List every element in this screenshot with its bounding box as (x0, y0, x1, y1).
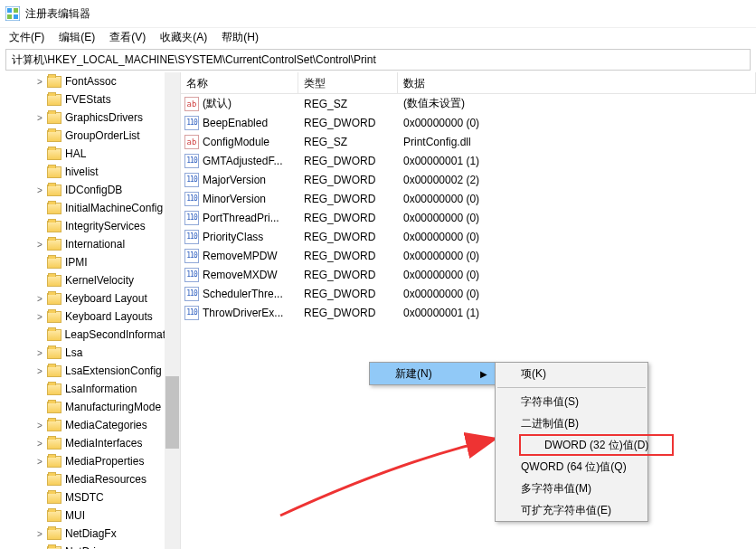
value-name: RemoveMXDW (203, 269, 278, 281)
value-row[interactable]: 110PriorityClassREG_DWORD0x00000000 (0) (181, 227, 756, 246)
tree-item[interactable]: FVEStats (0, 90, 180, 109)
value-row[interactable]: ab(默认)REG_SZ(数值未设置) (181, 94, 756, 113)
tree-item[interactable]: IntegrityServices (0, 217, 180, 235)
tree-item[interactable]: >GraphicsDrivers (0, 109, 180, 127)
value-row[interactable]: 110GMTAdjustedF...REG_DWORD0x00000001 (1… (181, 151, 756, 170)
tree-expand-icon[interactable]: > (34, 366, 45, 376)
tree-item[interactable]: >Lsa (0, 344, 180, 362)
tree-item[interactable]: >LsaExtensionConfig (0, 362, 180, 380)
tree-scrollbar[interactable] (165, 72, 180, 549)
menu-edit[interactable]: 编辑(E) (52, 28, 102, 47)
value-row[interactable]: 110PortThreadPri...REG_DWORD0x00000000 (… (181, 208, 756, 227)
ctx-new[interactable]: 新建(N) ▶ (370, 363, 495, 384)
menu-help[interactable]: 帮助(H) (214, 28, 266, 47)
tree-item[interactable]: >MediaInterfaces (0, 434, 180, 452)
menu-favorites[interactable]: 收藏夹(A) (153, 28, 214, 47)
value-row[interactable]: 110RemoveMPDWREG_DWORD0x00000000 (0) (181, 246, 756, 265)
tree-item[interactable]: >MediaProperties (0, 452, 180, 470)
tree-item[interactable]: NetDrivers (0, 543, 180, 549)
tree-item[interactable]: MediaResources (0, 470, 180, 488)
value-row[interactable]: 110SchedulerThre...REG_DWORD0x00000000 (… (181, 284, 756, 303)
menu-file[interactable]: 文件(F) (2, 28, 52, 47)
tree-expand-icon[interactable]: > (34, 457, 45, 467)
value-name: BeepEnabled (203, 117, 268, 129)
ctx-sub-string[interactable]: 字符串值(S) (496, 391, 647, 412)
tree-item-label: MediaCategories (65, 419, 147, 431)
tree-item[interactable]: >International (0, 235, 180, 253)
tree-item[interactable]: >Keyboard Layout (0, 289, 180, 308)
tree-expand-icon[interactable]: > (34, 312, 45, 322)
value-name: MajorVersion (203, 174, 266, 186)
folder-icon (47, 293, 61, 305)
tree-expand-icon[interactable]: > (34, 439, 45, 449)
tree-item[interactable]: IPMI (0, 253, 180, 271)
value-data: 0x00000000 (0) (398, 250, 756, 262)
value-type: REG_DWORD (298, 155, 398, 167)
tree-item[interactable]: >FontAssoc (0, 72, 180, 90)
menu-view[interactable]: 查看(V) (102, 28, 153, 47)
tree-item-label: MSDTC (65, 491, 104, 504)
tree-expand-icon[interactable]: > (34, 240, 45, 250)
value-data: 0x00000000 (0) (398, 117, 756, 129)
tree-item-label: NetDiagFx (65, 527, 117, 540)
col-header-data[interactable]: 数据 (398, 72, 756, 93)
col-header-type[interactable]: 类型 (298, 72, 398, 93)
tree-expand-icon[interactable]: > (34, 529, 45, 539)
value-data: 0x00000001 (1) (398, 307, 756, 319)
tree-item[interactable]: GroupOrderList (0, 127, 180, 145)
tree-item[interactable]: hivelist (0, 163, 180, 181)
folder-icon (47, 239, 61, 251)
svg-rect-1 (7, 8, 12, 13)
binary-value-icon: 110 (184, 211, 199, 225)
tree-item[interactable]: HAL (0, 145, 180, 163)
tree-item[interactable]: >NetDiagFx (0, 525, 180, 543)
tree-expand-icon[interactable]: > (34, 113, 45, 123)
ctx-sub-qword[interactable]: QWORD (64 位)值(Q) (496, 456, 647, 478)
ctx-sub-dword[interactable]: DWORD (32 位)值(D) (496, 434, 647, 456)
tree-item[interactable]: >MediaCategories (0, 416, 180, 434)
tree-item[interactable]: ManufacturingMode (0, 398, 180, 416)
tree-expand-icon[interactable]: > (34, 348, 45, 358)
col-header-name[interactable]: 名称 (181, 72, 298, 93)
ctx-sub-binary[interactable]: 二进制值(B) (496, 412, 647, 434)
value-row[interactable]: 110RemoveMXDWREG_DWORD0x00000000 (0) (181, 265, 756, 284)
value-row[interactable]: 110ThrowDriverEx...REG_DWORD0x00000001 (… (181, 303, 756, 322)
tree-item[interactable]: >IDConfigDB (0, 181, 180, 199)
address-bar[interactable]: 计算机\HKEY_LOCAL_MACHINE\SYSTEM\CurrentCon… (5, 49, 751, 71)
tree-item[interactable]: LsaInformation (0, 380, 180, 398)
tree-item[interactable]: MSDTC (0, 488, 180, 506)
window-title: 注册表编辑器 (25, 6, 90, 22)
ctx-sub-expand[interactable]: 可扩充字符串值(E) (496, 499, 647, 521)
tree-scrollbar-thumb[interactable] (165, 376, 179, 449)
value-row[interactable]: 110MajorVersionREG_DWORD0x00000002 (2) (181, 170, 756, 189)
tree-expand-icon[interactable]: > (34, 77, 45, 87)
value-type: REG_SZ (298, 98, 398, 110)
tree-expand-icon[interactable]: > (34, 421, 45, 431)
tree-expand-icon[interactable]: > (34, 185, 45, 195)
tree-item[interactable]: MUI (0, 506, 180, 525)
value-name: MinorVersion (203, 193, 266, 205)
tree-item[interactable]: LeapSecondInformation (0, 326, 180, 344)
ctx-separator (497, 387, 646, 388)
value-name: (默认) (203, 96, 232, 111)
tree-item[interactable]: InitialMachineConfig (0, 199, 180, 217)
value-row[interactable]: abConfigModuleREG_SZPrintConfig.dll (181, 132, 756, 151)
string-value-icon: ab (184, 97, 199, 111)
value-name: ThrowDriverEx... (203, 307, 283, 319)
ctx-sub-multi[interactable]: 多字符串值(M) (496, 478, 647, 499)
binary-value-icon: 110 (184, 268, 199, 282)
ctx-sub-key[interactable]: 项(K) (496, 363, 647, 384)
svg-rect-3 (7, 14, 12, 19)
value-row[interactable]: 110MinorVersionREG_DWORD0x00000000 (0) (181, 189, 756, 208)
folder-icon (47, 365, 61, 377)
folder-icon (47, 510, 61, 522)
tree-expand-icon[interactable]: > (34, 294, 45, 304)
binary-value-icon: 110 (184, 287, 199, 301)
svg-rect-2 (14, 8, 18, 13)
value-row[interactable]: 110BeepEnabledREG_DWORD0x00000000 (0) (181, 113, 756, 132)
tree-item[interactable]: >Keyboard Layouts (0, 308, 180, 326)
folder-icon (47, 402, 61, 413)
tree-panel: >FontAssocFVEStats>GraphicsDriversGroupO… (0, 72, 181, 549)
tree-item[interactable]: KernelVelocity (0, 271, 180, 289)
folder-icon (47, 456, 61, 468)
